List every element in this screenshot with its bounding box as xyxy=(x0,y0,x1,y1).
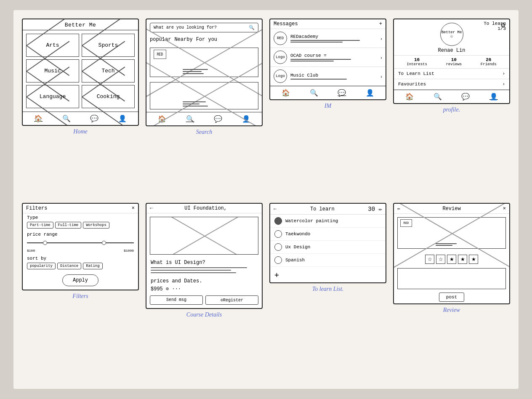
type-pills: Part-time Full-time Workshops xyxy=(27,222,134,229)
add-item-button[interactable]: + xyxy=(270,267,386,282)
star-1[interactable]: ☆ xyxy=(425,255,434,264)
learn-item-1[interactable]: Watercolor painting xyxy=(270,215,386,228)
category-language[interactable]: Language xyxy=(26,85,79,108)
favourites-label: Favourites xyxy=(398,82,426,87)
home-categories-grid: Arts Sports Music Tech Language Cooking xyxy=(23,30,138,112)
home-nav: 🏠 🔍 💬 👤 xyxy=(23,112,138,125)
msg-row-2[interactable]: Logo OCAD course = › xyxy=(270,48,386,67)
apply-button[interactable]: Apply xyxy=(62,274,98,286)
msg-row-3[interactable]: Logo Music Club › xyxy=(270,67,386,86)
learn-item-label-3: Ux Design xyxy=(285,245,310,250)
nav-search-icon4[interactable]: 🔍 xyxy=(434,93,442,101)
home-screen-container: Better Me Arts Sports Music Tech Languag… xyxy=(22,19,139,196)
course-back-arrow[interactable]: ← xyxy=(150,205,153,211)
profile-screen: Better Me☺ To learn1/3 ⚙ Renae Lin 16Int… xyxy=(393,19,510,104)
sort-filter: sort by popularity Distance Rating xyxy=(23,254,138,271)
category-arts[interactable]: Arts xyxy=(26,34,79,57)
msg-avatar-3: Logo xyxy=(274,69,287,83)
star-2[interactable]: ☆ xyxy=(436,255,445,264)
im-add-icon[interactable]: + xyxy=(379,21,382,27)
review-label: Review xyxy=(393,307,510,314)
course-title: UI Foundation, xyxy=(184,205,227,211)
checkbox-1[interactable] xyxy=(274,217,282,225)
nav-search-icon2[interactable]: 🔍 xyxy=(186,115,194,123)
course-price: $995 ⊙ ··· xyxy=(151,286,258,292)
to-learn-list-label: To Learn List xyxy=(398,71,434,76)
learn-item-4[interactable]: Spanish xyxy=(270,254,386,267)
search-screen: What are you looking for? 🔍 popular Near… xyxy=(146,19,263,126)
filters-close-icon[interactable]: × xyxy=(132,205,135,211)
profile-nav: 🏠 🔍 💬 👤 xyxy=(394,90,509,103)
stat-reviews: 10reviews xyxy=(446,57,462,66)
category-tech[interactable]: Tech xyxy=(82,59,135,82)
nav-profile-icon3[interactable]: 👤 xyxy=(366,89,374,97)
review-text-area[interactable] xyxy=(397,268,506,289)
nav-messages-icon2[interactable]: 💬 xyxy=(214,115,222,123)
slider-thumb-max[interactable] xyxy=(102,241,106,245)
category-sports[interactable]: Sports xyxy=(82,34,135,57)
review-close-icon[interactable]: × xyxy=(503,206,506,212)
pill-rating[interactable]: Rating xyxy=(83,263,102,269)
nav-messages-icon[interactable]: 💬 xyxy=(90,114,98,122)
slider-thumb-min[interactable] xyxy=(43,241,47,245)
paper: Better Me Arts Sports Music Tech Languag… xyxy=(13,10,519,389)
course-label: Course Details xyxy=(146,311,263,318)
to-learn-list-item[interactable]: To Learn List › xyxy=(394,69,509,79)
register-button[interactable]: ⊙Register xyxy=(205,295,258,305)
im-title: Messages xyxy=(274,21,298,27)
learn-item-2[interactable]: Taekwondo xyxy=(270,228,386,241)
pill-workshops[interactable]: Workshops xyxy=(83,222,109,229)
profile-stats: 16Interests 10reviews 26Friends xyxy=(394,55,509,69)
pill-popularity[interactable]: popularity xyxy=(27,263,56,269)
nav-messages-icon4[interactable]: 💬 xyxy=(461,93,470,101)
msg-content-3: Music Club xyxy=(290,73,377,80)
gear-icon[interactable]: ⚙ xyxy=(500,22,506,29)
pill-full-time[interactable]: Full-time xyxy=(55,222,82,229)
tab-for-you[interactable]: For you xyxy=(196,37,217,43)
nav-home-icon3[interactable]: 🏠 xyxy=(282,89,290,97)
pill-distance[interactable]: Distance xyxy=(57,263,81,269)
star-3[interactable]: ★ xyxy=(447,255,456,264)
nav-search-icon[interactable]: 🔍 xyxy=(62,114,71,122)
card-lines-2 xyxy=(183,101,208,106)
favourites-item[interactable]: Favourites › xyxy=(394,79,509,90)
checkbox-3[interactable] xyxy=(274,243,282,251)
price-slider[interactable] xyxy=(27,239,134,247)
nav-home-icon4[interactable]: 🏠 xyxy=(405,93,414,101)
learn-item-3[interactable]: Ux Design xyxy=(270,241,386,254)
post-button[interactable]: post xyxy=(439,293,464,302)
filters-label: Filters xyxy=(22,293,139,300)
nav-profile-icon4[interactable]: 👤 xyxy=(489,93,498,101)
search-card-2 xyxy=(150,82,258,109)
pill-part-time[interactable]: Part-time xyxy=(27,222,53,229)
star-4[interactable]: ★ xyxy=(458,255,467,264)
nav-profile-icon[interactable]: 👤 xyxy=(118,114,127,122)
msg-row-1[interactable]: RED REDacademy › xyxy=(270,29,386,48)
review-image: RED xyxy=(397,217,506,249)
checkbox-4[interactable] xyxy=(274,256,282,264)
nav-search-icon3[interactable]: 🔍 xyxy=(310,89,318,97)
learn-item-label-4: Spanish xyxy=(285,258,305,263)
search-tabs: popular Nearby For you xyxy=(146,36,262,45)
msg-content-2: OCAD course = xyxy=(290,53,377,61)
stat-interests: 16Interests xyxy=(407,57,427,66)
review-title-bar: ✏ Review × xyxy=(394,204,509,214)
tab-nearby[interactable]: Nearby xyxy=(174,37,192,43)
stat-friends: 26Friends xyxy=(481,57,497,66)
nav-home-icon[interactable]: 🏠 xyxy=(34,114,43,122)
im-screen-container: Messages + RED REDacademy › Logo OCAD co… xyxy=(269,19,386,196)
category-music[interactable]: Music xyxy=(26,59,79,82)
search-screen-container: What are you looking for? 🔍 popular Near… xyxy=(146,19,263,196)
checkbox-2[interactable] xyxy=(274,230,282,238)
learn-back-arrow[interactable]: ← xyxy=(274,206,277,212)
search-bar[interactable]: What are you looking for? 🔍 xyxy=(150,23,258,32)
nav-messages-icon3[interactable]: 💬 xyxy=(338,89,346,97)
send-msg-button[interactable]: Send msg xyxy=(150,295,203,305)
learn-list-label: To learn List. xyxy=(269,286,386,293)
category-cooking[interactable]: Cooking xyxy=(82,85,135,108)
card-lines-1 xyxy=(183,69,208,74)
im-title-bar: Messages + xyxy=(270,19,386,29)
star-5[interactable]: ★ xyxy=(469,255,478,264)
learn-list-screen-container: ← To learn 30 ✏ Watercolor painting Taek… xyxy=(269,203,386,380)
star-rating: ☆ ☆ ★ ★ ★ xyxy=(394,252,509,266)
